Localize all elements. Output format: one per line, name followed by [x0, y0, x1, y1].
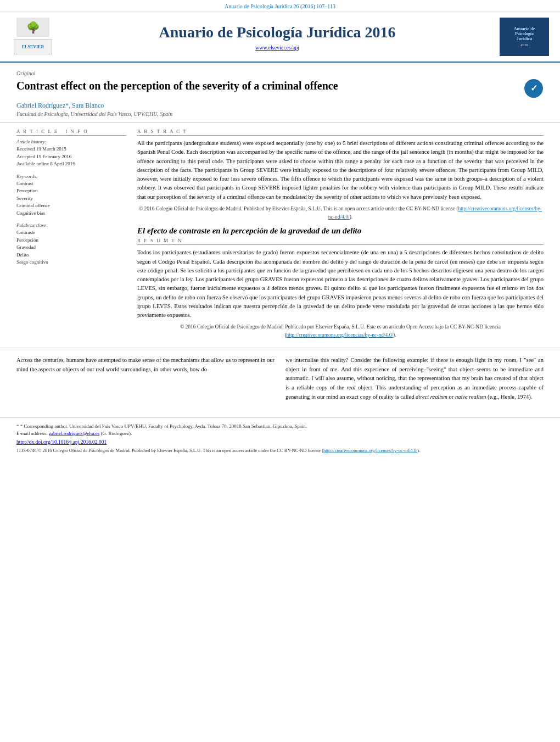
body-text-right: we internalise this reality? Consider th… — [285, 356, 544, 402]
license-line: 1133-0740/© 2016 Colegio Oficial de Psic… — [16, 447, 544, 454]
keyword-3: Severity — [16, 195, 126, 203]
abstract-section: A R T I C L E I N F O Article history: R… — [0, 123, 560, 348]
abstract-text: All the participants (undergraduate stud… — [137, 139, 544, 221]
article-info-col: A R T I C L E I N F O Article history: R… — [16, 129, 126, 342]
palabras-clave-label: Palabras clave: — [16, 222, 126, 228]
resumen-cc-link[interactable]: http://creativecommons.org/licencias/by-… — [287, 332, 394, 338]
keywords-block: Keywords: Contrast Perception Severity C… — [16, 174, 126, 217]
accepted-date: Accepted 19 February 2016 — [16, 153, 126, 161]
affiliation: Facultad de Psicología, Universidad del … — [16, 111, 544, 117]
elsevier-logo-left: 🌳 ELSEVIER — [11, 18, 55, 56]
citation-text: Anuario de Psicología Jurídica 26 (2016)… — [225, 3, 335, 9]
keyword-1: Contrast — [16, 180, 126, 188]
crossmark-icon: ✓ — [524, 79, 544, 98]
footnote-star: * — [16, 423, 20, 429]
journal-cover-image: Anuario dePsicologíaJurídica 2016 — [500, 18, 549, 56]
journal-url[interactable]: www.elsevier.es/apj — [60, 44, 494, 51]
palabra-4: Delito — [16, 252, 126, 259]
resumen-paragraph: Todos los participantes (estudiantes uni… — [137, 248, 544, 320]
footnote-corresponding: * * Corresponding author. Universidad de… — [16, 423, 544, 429]
palabra-5: Sesgo cognitivo — [16, 259, 126, 266]
resumen-text: Todos los participantes (estudiantes uni… — [137, 248, 544, 339]
received-date: Received 19 March 2015 — [16, 146, 126, 153]
available-date: Available online 8 April 2016 — [16, 160, 126, 168]
keyword-2: Perception — [16, 187, 126, 195]
article-title-row: Contrast effect on the perception of the… — [16, 79, 544, 98]
article-header: Original Contrast effect on the percepti… — [0, 63, 560, 123]
svg-text:✓: ✓ — [530, 83, 537, 93]
palabra-2: Percepción — [16, 237, 126, 244]
palabra-3: Gravedad — [16, 244, 126, 252]
elsevier-tree-icon: 🌳 — [16, 18, 49, 37]
keyword-4: Criminal offence — [16, 202, 126, 210]
resumen-copyright: © 2016 Colegio Oficial de Psicólogos de … — [137, 323, 544, 339]
keywords-label: Keywords: — [16, 174, 126, 179]
doi-link[interactable]: http://dx.doi.org/10.1016/j.apj.2016.02.… — [16, 439, 544, 445]
resumen-label: R E S U M E N — [137, 238, 544, 245]
issn-text: 1133-0740/© 2016 Colegio Oficial de Psic… — [16, 448, 420, 453]
abstract-col: A B S T R A C T All the participants (un… — [137, 129, 544, 342]
article-type: Original — [16, 70, 544, 76]
footer-cc-link[interactable]: http://creativecommons.org/licenses/by-n… — [323, 448, 417, 453]
abstract-copyright: © 2016 Colegio Oficial de Psicólogos de … — [137, 205, 544, 221]
body-text-left: Across the centuries, humans have attemp… — [16, 356, 275, 375]
journal-title: Anuario de Psicología Jurídica 2016 — [60, 24, 494, 41]
footnote-text: * Corresponding author. Universidad del … — [20, 423, 307, 429]
citation-bar: Anuario de Psicología Jurídica 26 (2016)… — [0, 0, 560, 12]
email-link[interactable]: gabriel.rodriguez@ehu.es — [48, 431, 99, 436]
keyword-5: Cognitive bias — [16, 210, 126, 217]
body-col-right: we internalise this reality? Consider th… — [285, 356, 544, 406]
body-columns: Across the centuries, humans have attemp… — [16, 356, 544, 406]
abstract-paragraph: All the participants (undergraduate stud… — [137, 139, 544, 202]
elsevier-wordmark: ELSEVIER — [14, 39, 52, 54]
email-parens: (G. Rodríguez). — [101, 431, 132, 436]
article-info-label: A R T I C L E I N F O — [16, 129, 126, 136]
body-section: Across the centuries, humans have attemp… — [0, 348, 560, 412]
palabra-1: Contraste — [16, 229, 126, 237]
history-block: Article history: Received 19 March 2015 … — [16, 139, 126, 168]
history-label: Article history: — [16, 139, 126, 144]
body-col-left: Across the centuries, humans have attemp… — [16, 356, 275, 406]
authors: Gabriel Rodríguez*, Sara Blanco — [16, 102, 544, 110]
email-label: E-mail address: — [16, 431, 47, 436]
journal-header: 🌳 ELSEVIER Anuario de Psicología Jurídic… — [0, 12, 560, 63]
footer-section: * * Corresponding author. Universidad de… — [0, 417, 560, 458]
article-title: Contrast effect on the perception of the… — [16, 79, 518, 93]
palabras-clave-block: Palabras clave: Contraste Percepción Gra… — [16, 222, 126, 266]
journal-title-section: Anuario de Psicología Jurídica 2016 www.… — [60, 24, 494, 51]
abstract-cc-link[interactable]: http://creativecommons.org/licenses/by-n… — [328, 206, 542, 220]
spanish-title: El efecto de contraste en la percepción … — [137, 226, 544, 236]
footnote-email: E-mail address: gabriel.rodriguez@ehu.es… — [16, 431, 544, 436]
abstract-label: A B S T R A C T — [137, 129, 544, 136]
